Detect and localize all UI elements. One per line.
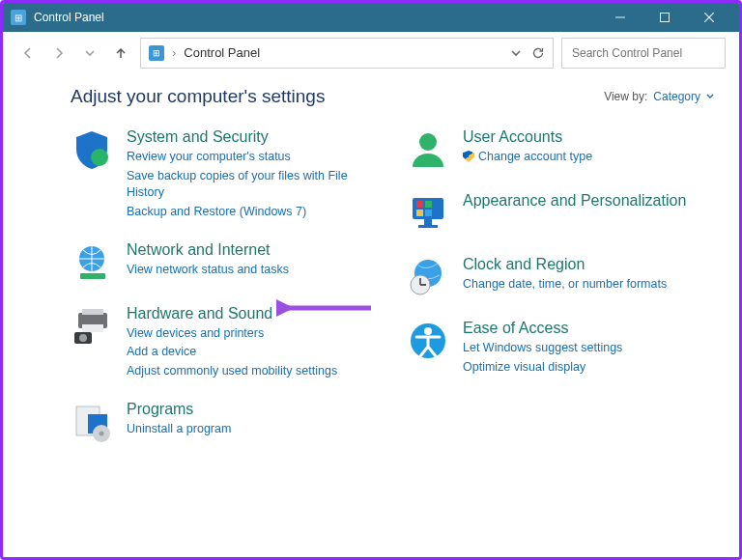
svg-rect-11	[82, 324, 103, 332]
breadcrumb[interactable]: Control Panel	[184, 45, 260, 60]
breadcrumb-separator: ›	[172, 45, 176, 60]
window-title: Control Panel	[34, 11, 104, 24]
search-input[interactable]	[570, 45, 719, 61]
svg-rect-23	[425, 210, 432, 216]
category-link[interactable]: Optimize visual display	[463, 359, 622, 376]
category-clock-and-region: Clock and Region Change date, time, or n…	[407, 256, 714, 298]
nav-up-button[interactable]	[109, 42, 132, 65]
arrow-right-icon	[51, 45, 67, 61]
left-column: System and Security Review your computer…	[71, 128, 378, 443]
svg-rect-20	[416, 201, 423, 208]
svg-point-6	[91, 149, 108, 166]
shield-icon	[71, 128, 113, 171]
monitor-colors-icon	[407, 192, 449, 235]
category-user-accounts: User Accounts Change account type	[407, 128, 714, 171]
arrow-left-icon	[20, 45, 36, 61]
globe-clock-icon	[407, 256, 449, 298]
search-box[interactable]	[561, 38, 726, 69]
right-column: User Accounts Change account type Appear…	[407, 128, 714, 443]
svg-point-18	[419, 133, 437, 151]
globe-network-icon	[71, 241, 113, 284]
refresh-icon[interactable]	[531, 46, 545, 60]
address-bar[interactable]: ⊞ › Control Panel	[140, 38, 554, 69]
svg-point-13	[79, 334, 87, 342]
printer-camera-icon	[71, 305, 113, 348]
category-title[interactable]: Network and Internet	[127, 241, 289, 259]
svg-rect-1	[661, 14, 670, 22]
nav-forward-button[interactable]	[47, 42, 71, 65]
page-title: Adjust your computer's settings	[71, 86, 325, 107]
category-link[interactable]: Change date, time, or number formats	[463, 276, 667, 293]
svg-rect-8	[80, 273, 105, 279]
category-link[interactable]: Add a device	[127, 344, 337, 360]
svg-rect-21	[425, 201, 432, 208]
minimize-button[interactable]	[598, 3, 642, 32]
category-title[interactable]: Programs	[127, 401, 231, 418]
nav-back-button[interactable]	[16, 42, 40, 65]
maximize-icon	[660, 13, 670, 22]
close-icon	[704, 13, 714, 22]
category-link[interactable]: Backup and Restore (Windows 7)	[127, 204, 378, 220]
recent-locations-button[interactable]	[78, 42, 101, 65]
category-link[interactable]: Save backup copies of your files with Fi…	[127, 168, 378, 201]
chevron-down-icon	[706, 93, 714, 100]
svg-rect-10	[82, 309, 103, 315]
category-link[interactable]: Adjust commonly used mobility settings	[127, 363, 337, 379]
view-by-label: View by:	[604, 90, 647, 103]
category-appearance-and-personalization: Appearance and Personalization	[407, 192, 714, 235]
titlebar: ⊞ Control Panel	[3, 3, 739, 32]
category-title[interactable]: Clock and Region	[463, 256, 667, 273]
category-title[interactable]: Ease of Access	[463, 320, 622, 337]
close-button[interactable]	[687, 3, 731, 32]
category-programs: Programs Uninstall a program	[71, 401, 378, 443]
app-icon: ⊞	[11, 10, 26, 25]
category-title[interactable]: Hardware and Sound	[127, 305, 337, 322]
svg-point-17	[100, 432, 104, 436]
content: Adjust your computer's settings View by:…	[3, 74, 739, 443]
toolbar: ⊞ › Control Panel	[3, 32, 739, 74]
arrow-up-icon	[113, 45, 128, 61]
maximize-button[interactable]	[642, 3, 687, 32]
programs-icon	[71, 401, 113, 443]
svg-point-29	[424, 327, 432, 335]
control-panel-icon: ⊞	[149, 45, 164, 61]
svg-rect-24	[424, 219, 432, 225]
svg-rect-22	[416, 210, 423, 216]
category-title[interactable]: System and Security	[127, 128, 378, 146]
chevron-down-icon[interactable]	[510, 47, 522, 59]
category-link[interactable]: Review your computer's status	[127, 149, 378, 165]
svg-rect-25	[418, 225, 438, 228]
view-by-value: Category	[653, 90, 700, 103]
category-title[interactable]: Appearance and Personalization	[463, 192, 686, 210]
category-hardware-and-sound: Hardware and Sound View devices and prin…	[71, 305, 378, 380]
category-network-and-internet: Network and Internet View network status…	[71, 241, 378, 284]
category-system-and-security: System and Security Review your computer…	[71, 128, 378, 220]
user-accounts-icon	[407, 128, 449, 171]
category-link[interactable]: View network status and tasks	[127, 262, 289, 278]
category-link[interactable]: Uninstall a program	[127, 421, 231, 437]
category-ease-of-access: Ease of Access Let Windows suggest setti…	[407, 320, 714, 376]
category-title[interactable]: User Accounts	[463, 128, 592, 146]
minimize-icon	[615, 13, 625, 22]
chevron-down-icon	[84, 47, 96, 59]
category-link[interactable]: Let Windows suggest settings	[463, 340, 622, 356]
accessibility-icon	[407, 320, 449, 362]
category-link[interactable]: Change account type	[463, 149, 592, 165]
view-by-selector[interactable]: View by: Category	[604, 90, 714, 103]
category-link[interactable]: View devices and printers	[127, 325, 337, 342]
